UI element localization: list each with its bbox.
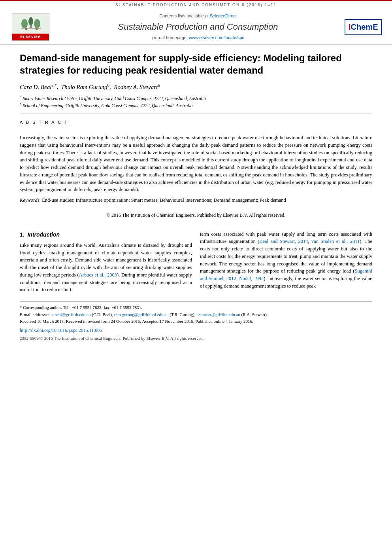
footnote-area: * Corresponding author. Tel.: +61 7 5552… (20, 301, 372, 342)
ichemE-logo: IChemE (345, 19, 380, 35)
sciencedirect-line: Contents lists available at ScienceDirec… (55, 13, 341, 19)
affiliation-a: Smart Water Research Centre, Griffith Un… (23, 96, 206, 101)
sciencedirect-link[interactable]: ScienceDirect (210, 13, 237, 18)
section-title: Introduction (27, 231, 60, 238)
svg-point-3 (34, 19, 40, 28)
article-title: Demand-side management for supply-side e… (20, 52, 372, 76)
section-heading: 1. Introduction (20, 231, 192, 239)
ichemE-box: IChemE (345, 19, 382, 35)
journal-name-header: Sustainable Production and Consumption (55, 21, 341, 33)
abstract-section: A B S T R A C T Increasingly, the water … (20, 119, 372, 219)
svg-rect-8 (30, 19, 31, 21)
introduction-section: 1. Introduction Like many regions around… (20, 231, 372, 294)
van-staden-link[interactable]: van Staden et al., 2011 (311, 239, 360, 244)
divider-2 (20, 225, 372, 225)
keywords-text: End-use studies; Infrastructure optimisa… (42, 197, 286, 203)
ichemE-rest: ChemE (351, 23, 378, 31)
journal-homepage-link[interactable]: www.elsevier.com/locate/spc (189, 35, 244, 40)
main-content: Demand-side management for supply-side e… (0, 52, 392, 342)
journal-title-area: Contents lists available at ScienceDirec… (51, 13, 345, 42)
col-right: term costs associated with peak water su… (200, 231, 372, 294)
issn-text: 2352-5509/© 2016 The Institution of Chem… (20, 336, 204, 341)
abstract-heading: A B S T R A C T (20, 119, 372, 126)
abstract-bottom-rule (20, 208, 372, 208)
corresponding-author-line: * Corresponding author. Tel.: +61 7 5552… (20, 304, 372, 311)
nadel-link[interactable]: Nadel, 1992 (239, 276, 264, 281)
abstract-text: Increasingly, the water sector is explor… (20, 134, 372, 193)
doi-line: http://dx.doi.org/10.1016/j.spc.2015.11.… (20, 327, 372, 334)
doi-link[interactable]: http://dx.doi.org/10.1016/j.spc.2015.11.… (20, 328, 102, 333)
affiliation-b: School of Engineering, Griffith Universi… (23, 103, 192, 108)
svg-rect-6 (36, 28, 38, 30)
keywords-line: Keywords: End-use studies; Infrastructur… (20, 197, 372, 204)
keywords-label: Keywords (20, 197, 40, 203)
journal-header: ELSEVIER Contents lists available at Sci… (0, 9, 392, 45)
arbues-link[interactable]: Arbues et al., 2003 (79, 272, 117, 278)
email-beal-link[interactable]: c.beal@griffith.edu.au (52, 312, 91, 317)
email-beal-name: (C.D. Beal), (92, 312, 113, 317)
svg-rect-5 (25, 28, 27, 30)
email-stewart-name: (R.A. Stewart). (241, 312, 268, 317)
contents-label: Contents lists available at (159, 13, 209, 18)
email-label: E-mail addresses: (20, 312, 51, 317)
beal-stewart-link[interactable]: Beal and Stewart, 2014 (259, 239, 308, 244)
received-text: Received 16 March 2015; Received in revi… (20, 319, 253, 324)
issn-line: 2352-5509/© 2016 The Institution of Chem… (20, 335, 372, 342)
email-gurung-name: (T.R. Gurung), (170, 312, 195, 317)
elsevier-tree-icon (19, 16, 43, 34)
svg-point-2 (21, 19, 28, 28)
journal-homepage-line: journal homepage: www.elsevier.com/locat… (55, 35, 341, 41)
intro-right-text: term costs associated with peak water su… (200, 231, 372, 290)
author-b: Thulo Ram Gurung (61, 84, 107, 90)
copyright-line: © 2016 The Institution of Chemical Engin… (20, 212, 372, 219)
journal-reference-bar: Sustainable Production and Consumption 6… (0, 0, 392, 9)
email-line: E-mail addresses: c.beal@griffith.edu.au… (20, 311, 372, 318)
intro-left-text: Like many regions around the world, Aust… (20, 242, 192, 294)
section-number: 1. (20, 231, 24, 238)
email-stewart-link[interactable]: r.stewart@griffith.edu.au (196, 312, 240, 317)
corresponding-author-text: * Corresponding author. Tel.: +61 7 5552… (20, 305, 142, 310)
author-c: Rodney A. Stewart (114, 84, 158, 90)
elsevier-logo: ELSEVIER (12, 13, 51, 41)
divider-1 (20, 114, 372, 114)
author-a: Cara D. Beal (20, 84, 51, 90)
abstract-top-rule (20, 130, 372, 130)
authors-line: Cara D. Beala,*, Thulo Ram Gurungb, Rodn… (20, 82, 372, 92)
affiliations: a Smart Water Research Centre, Griffith … (20, 95, 372, 109)
journal-reference-text: Sustainable Production and Consumption 6… (115, 3, 277, 7)
svg-point-7 (30, 17, 32, 19)
suganthi-link[interactable]: Suganthi and Samuel, 2012 (200, 268, 372, 281)
received-line: Received 16 March 2015; Received in revi… (20, 318, 372, 325)
col-left: 1. Introduction Like many regions around… (20, 231, 192, 294)
elsevier-text: ELSEVIER (12, 34, 49, 40)
email-gurung-link[interactable]: ram.gurung@griffithuni.edu.au (114, 312, 169, 317)
